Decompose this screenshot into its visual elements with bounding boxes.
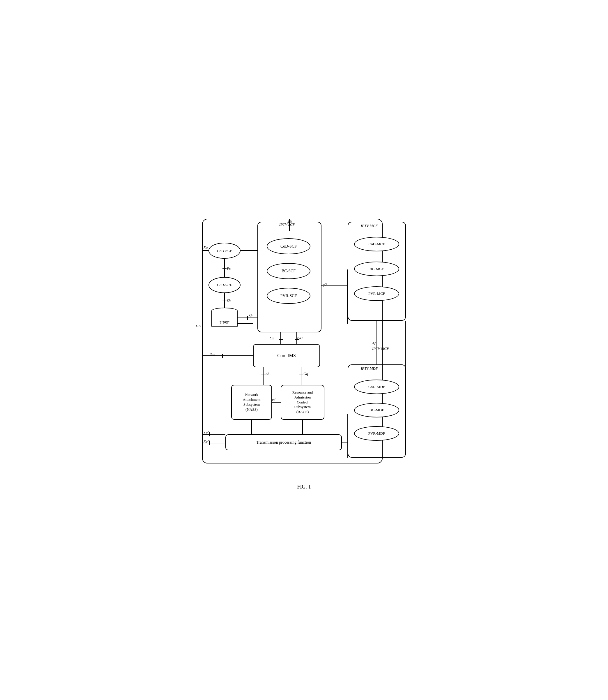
figure-caption-text: FIG. 1	[297, 484, 311, 490]
cx-label: Cx	[270, 336, 274, 340]
tpf-label: Transmission processing function	[256, 440, 311, 445]
core-ims-label: Core IMS	[277, 353, 296, 358]
cod-scf-left-top-label: CoD-SCF	[217, 248, 232, 253]
bc-scf-label: BC-SCF	[282, 269, 296, 274]
racs-label: Resource and Admission Control Subsystem…	[292, 390, 313, 415]
iptv-mcf-top-label: IPTV MCF	[361, 223, 378, 228]
sh2-label: Sh	[249, 313, 252, 318]
isc-label: ISC	[297, 336, 303, 340]
cod-mdf-ellipse: CoD-MDF	[354, 380, 399, 394]
pvr-mdf-label: PVR-MDF	[368, 431, 385, 436]
cod-mcf-label: CoD-MCF	[368, 242, 385, 246]
cod-mcf-ellipse: CoD-MCF	[354, 237, 399, 252]
cod-scf-label: CoD-SCF	[280, 244, 297, 249]
iptv-mcf-side-label: IPTV MCF	[372, 346, 389, 351]
page-container: UE CoD-SCF BC-SCF PVR-SCF IPTV SCF CoD-M…	[188, 210, 420, 490]
upsf-label: UPSF	[214, 321, 235, 325]
iptv-mcf-box: CoD-MCF BC-MCF PVR-MCF	[348, 222, 406, 321]
xa-label: Xa	[204, 245, 208, 250]
ut-label: Ut	[288, 219, 292, 224]
cod-scf-left-bottom-ellipse: CoD-SCF	[208, 277, 241, 293]
pvr-scf-label: PVR-SCF	[280, 294, 297, 298]
bc-mdf-label: BC-MDF	[369, 408, 384, 412]
y2-label: y2	[323, 282, 327, 287]
ps-label: Ps	[227, 266, 231, 271]
cod-mdf-label: CoD-MDF	[368, 385, 385, 389]
iptv-scf-box: CoD-SCF BC-SCF PVR-SCF	[258, 222, 321, 332]
diagram-area: UE CoD-SCF BC-SCF PVR-SCF IPTV SCF CoD-M…	[193, 210, 415, 478]
sh-label: Sh	[227, 298, 231, 303]
e4-label: e4	[272, 397, 276, 402]
bc-mcf-label: BC-MCF	[369, 266, 384, 271]
xcc-label: Xc``	[204, 439, 210, 444]
cod-scf-ellipse: CoD-SCF	[267, 238, 310, 254]
gq-label: Gq`	[303, 371, 309, 376]
cod-scf-left-top-ellipse: CoD-SCF	[208, 243, 241, 259]
xc-label: Xc`	[204, 430, 209, 435]
iptv-mdf-box: CoD-MDF BC-MDF PVR-MDF	[348, 364, 406, 458]
iptv-mdf-label: IPTV MDF	[361, 366, 378, 371]
figure-caption: FIG. 1	[188, 484, 420, 490]
iptv-scf-label: IPTV SCF	[279, 222, 295, 227]
gm-label: Gm	[210, 352, 215, 357]
ue-label: UE	[196, 324, 201, 328]
pvr-mcf-label: PVR-MCF	[368, 291, 385, 296]
bc-mdf-ellipse: BC-MDF	[354, 403, 399, 418]
racs-box: Resource and Admission Control Subsystem…	[281, 385, 324, 420]
cod-scf-left-bottom-label: CoD-SCF	[217, 283, 232, 288]
xp-label: Xp	[372, 340, 376, 345]
pvr-mdf-ellipse: PVR-MDF	[354, 426, 399, 441]
bc-mcf-ellipse: BC-MCF	[354, 262, 399, 276]
bc-scf-ellipse: BC-SCF	[267, 263, 310, 279]
nass-label: Network Attachment Subsystem (NASS)	[243, 392, 261, 412]
upsf-container	[211, 306, 238, 330]
nass-box: Network Attachment Subsystem (NASS)	[231, 385, 272, 420]
pvr-scf-ellipse: PVR-SCF	[267, 288, 310, 304]
tpf-box: Transmission processing function	[225, 434, 342, 450]
core-ims-box: Core IMS	[253, 344, 320, 367]
e2-label: e2	[266, 371, 269, 376]
pvr-mcf-ellipse: PVR-MCF	[354, 287, 399, 301]
